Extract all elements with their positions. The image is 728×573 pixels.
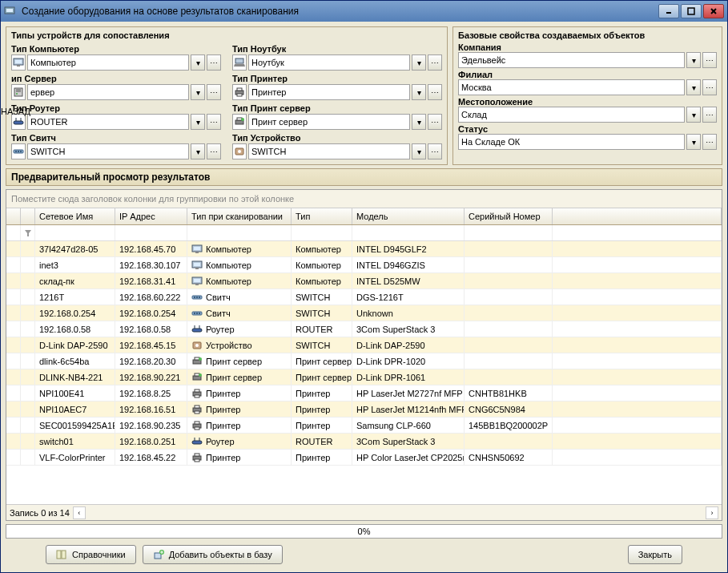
cell-serial <box>465 289 553 305</box>
cell-serial <box>465 337 553 353</box>
prop-input-0[interactable] <box>458 52 685 68</box>
dropdown-button[interactable]: ▾ <box>412 114 426 130</box>
svg-point-50 <box>195 344 199 347</box>
table-row[interactable]: DLINK-NB4-221 192.168.90.221 Принт серве… <box>6 369 722 385</box>
dropdown-button[interactable]: ▾ <box>686 107 701 123</box>
table-row[interactable]: 192.168.0.254 192.168.0.254 Свитч SWITCH… <box>6 305 722 321</box>
table-row[interactable]: switch01 192.168.0.251 Роутер ROUTER 3Co… <box>6 434 722 450</box>
type-input-7[interactable] <box>248 143 410 159</box>
cell-scan-type: Принтер <box>187 402 292 417</box>
type-input-4[interactable] <box>27 114 189 130</box>
more-button[interactable]: ⋯ <box>207 143 221 159</box>
col-type[interactable]: Тип <box>292 208 352 224</box>
more-button[interactable]: ⋯ <box>207 114 221 130</box>
cell-model: HP Color LaserJet CP2025n <box>352 450 465 465</box>
type-input-6[interactable] <box>27 143 189 159</box>
svg-point-25 <box>18 151 19 152</box>
more-button[interactable]: ⋯ <box>428 84 442 100</box>
cell-model: Unknown <box>352 305 465 321</box>
table-row[interactable]: NPI10AEC7 192.168.16.51 Принтер Принтер … <box>6 402 722 418</box>
back-label: НАЗАД <box>1 107 30 116</box>
add-objects-button[interactable]: Добавить объекты в базу <box>143 545 283 564</box>
dropdown-button[interactable]: ▾ <box>412 143 426 159</box>
more-button[interactable]: ⋯ <box>207 54 221 71</box>
svg-rect-36 <box>194 279 200 282</box>
table-row[interactable]: dlink-6c54ba 192.168.20.30 Принт сервер … <box>6 353 722 369</box>
table-row[interactable]: 192.168.0.58 192.168.0.58 Роутер ROUTER … <box>6 321 722 337</box>
nav-prev-button[interactable]: ‹ <box>73 506 86 519</box>
col-network-name[interactable]: Сетевое Имя <box>35 208 115 224</box>
col-ip[interactable]: IP Адрес <box>115 208 187 224</box>
table-row[interactable]: NPI100E41 192.168.8.25 Принтер Принтер H… <box>6 385 722 402</box>
table-row[interactable]: склад-пк 192.168.31.41 Компьютер Компьют… <box>6 273 722 289</box>
dropdown-button[interactable]: ▾ <box>686 52 701 68</box>
titlebar[interactable]: Создание оборудования на основе результа… <box>1 1 727 22</box>
filter-row[interactable] <box>6 225 722 241</box>
table-row[interactable]: VLF-ColorPrinter 192.168.45.22 Принтер П… <box>6 450 722 466</box>
prop-input-3[interactable] <box>458 134 685 150</box>
dropdown-button[interactable]: ▾ <box>412 54 426 71</box>
dropdown-button[interactable]: ▾ <box>191 84 205 100</box>
type-input-5[interactable] <box>248 114 410 130</box>
references-button[interactable]: Справочники <box>46 545 136 564</box>
dropdown-button[interactable]: ▾ <box>412 84 426 100</box>
col-scan-type[interactable]: Тип при сканировании <box>187 208 292 224</box>
more-button[interactable]: ⋯ <box>702 79 717 95</box>
dropdown-button[interactable]: ▾ <box>191 143 205 159</box>
more-button[interactable]: ⋯ <box>702 134 717 150</box>
cell-ip: 192.168.20.30 <box>115 353 187 369</box>
more-button[interactable]: ⋯ <box>428 114 442 130</box>
col-serial[interactable]: Серийный Номер <box>465 208 553 224</box>
cell-serial <box>465 257 553 272</box>
table-row[interactable]: SEC001599425A1E 192.168.90.235 Принтер П… <box>6 418 722 434</box>
type-input-1[interactable] <box>248 54 410 71</box>
close-dialog-button[interactable]: Закрыть <box>628 545 682 564</box>
table-row[interactable]: 1216T 192.168.60.222 Свитч SWITCH DGS-12… <box>6 289 722 305</box>
type-input-0[interactable] <box>27 54 189 71</box>
group-hint[interactable]: Поместите сюда заголовок колонки для гру… <box>6 190 722 208</box>
dropdown-button[interactable]: ▾ <box>191 54 205 71</box>
prop-input-2[interactable] <box>458 107 685 123</box>
cell-model: DGS-1216T <box>352 289 465 305</box>
nav-next-button[interactable]: › <box>706 506 718 519</box>
svg-point-53 <box>199 357 202 361</box>
type-input-2[interactable] <box>27 84 189 100</box>
more-button[interactable]: ⋯ <box>428 54 442 71</box>
dropdown-button[interactable]: ▾ <box>686 79 701 95</box>
more-button[interactable]: ⋯ <box>702 52 717 68</box>
svg-rect-61 <box>195 406 199 408</box>
cell-name: dlink-6c54ba <box>35 353 115 369</box>
grid-footer: Запись 0 из 14 ‹ › <box>6 504 722 520</box>
table-row[interactable]: inet3 192.168.30.107 Компьютер Компьютер… <box>6 257 722 273</box>
dropdown-button[interactable]: ▾ <box>191 114 205 130</box>
cell-type: Принтер <box>292 402 352 417</box>
cell-ip: 192.168.90.221 <box>115 369 187 385</box>
cell-name: DLINK-NB4-221 <box>35 369 115 385</box>
table-row[interactable]: 37l4247d28-05 192.168.45.70 Компьютер Ко… <box>6 241 722 257</box>
prop-input-1[interactable] <box>458 79 685 95</box>
filter-icon[interactable] <box>21 225 35 240</box>
cell-scan-type: Компьютер <box>187 273 292 289</box>
cell-serial <box>465 305 553 321</box>
cell-name: склад-пк <box>35 273 115 289</box>
grid-body[interactable]: 37l4247d28-05 192.168.45.70 Компьютер Ко… <box>6 241 722 504</box>
svg-rect-74 <box>155 553 161 559</box>
maximize-button[interactable] <box>681 4 702 18</box>
svg-point-26 <box>20 151 22 152</box>
table-row[interactable]: D-Link DAP-2590 192.168.45.15 Устройство… <box>6 337 722 353</box>
cell-scan-type: Компьютер <box>187 257 292 272</box>
prop-label: Филиал <box>458 70 717 79</box>
prop-label: Статус <box>458 124 717 134</box>
more-button[interactable]: ⋯ <box>207 84 221 100</box>
grid-header: Сетевое Имя IP Адрес Тип при сканировани… <box>6 208 722 225</box>
close-button[interactable] <box>703 4 724 18</box>
cell-type: ROUTER <box>292 434 352 449</box>
cell-scan-type: Роутер <box>187 434 292 449</box>
more-button[interactable]: ⋯ <box>428 143 442 159</box>
cell-ip: 192.168.8.25 <box>115 385 187 401</box>
dropdown-button[interactable]: ▾ <box>686 134 701 150</box>
col-model[interactable]: Модель <box>352 208 465 224</box>
type-input-3[interactable] <box>248 84 410 100</box>
minimize-button[interactable] <box>658 4 679 18</box>
more-button[interactable]: ⋯ <box>702 107 717 123</box>
